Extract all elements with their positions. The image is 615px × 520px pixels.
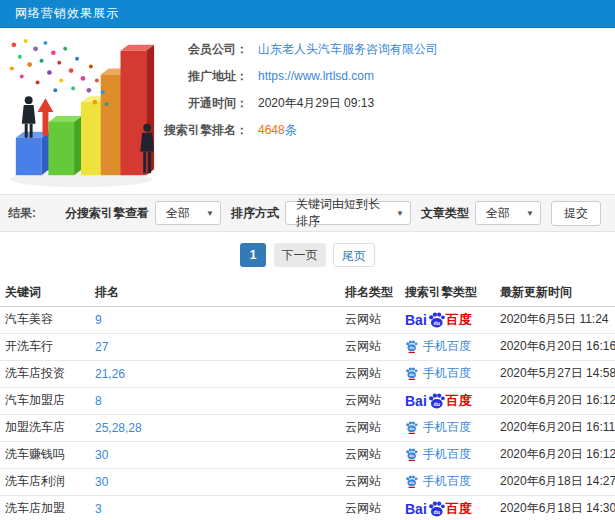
keyword-cell: 加盟洗车店 [0, 414, 90, 441]
table-row: 加盟洗车店 25,28,28 云网站 du 手机百度 2020年6月20日 16… [0, 414, 615, 441]
pagination: 1 下一页 尾页 [0, 243, 615, 267]
promo-url-label: 推广地址： [160, 63, 248, 90]
results-table: 关键词 排名 排名类型 搜索引擎类型 最新更新时间 汽车美容 9 云网站 Bai… [0, 280, 615, 520]
next-page-button[interactable]: 下一页 [274, 243, 326, 267]
time-cell: 2020年6月20日 16:12 [495, 387, 615, 414]
rank-cell[interactable]: 8 [90, 387, 340, 414]
rank-cell[interactable]: 30 [90, 441, 340, 468]
chevron-down-icon: ▼ [206, 209, 214, 218]
table-row: 汽车美容 9 云网站 Bai du 百度 2020年6月5日 11:24 [0, 306, 615, 333]
mobile-baidu-logo: du 手机百度 [405, 473, 471, 490]
results-table-body: 汽车美容 9 云网站 Bai du 百度 2020年6月5日 11:24 开洗车… [0, 306, 615, 520]
result-label: 结果: [8, 205, 36, 222]
baidu-logo: Bai du 百度 [405, 500, 472, 518]
engine-cell: du 手机百度 [400, 360, 495, 387]
article-type-label: 文章类型 [421, 205, 469, 222]
rank-cell[interactable]: 3 [90, 495, 340, 520]
mobile-baidu-logo: du 手机百度 [405, 365, 471, 382]
keyword-cell: 洗车店加盟 [0, 495, 90, 520]
keyword-cell: 汽车加盟店 [0, 387, 90, 414]
rank-cell[interactable]: 25,28,28 [90, 414, 340, 441]
time-cell: 2020年6月20日 16:12 [495, 441, 615, 468]
table-row: 洗车赚钱吗 30 云网站 du 手机百度 2020年6月20日 16:12 [0, 441, 615, 468]
header-update-time: 最新更新时间 [495, 280, 615, 306]
mobile-baidu-paw-icon: du [405, 421, 418, 434]
rank-cell[interactable]: 21,26 [90, 360, 340, 387]
engine-cell: Bai du 百度 [400, 387, 495, 414]
submit-button[interactable]: 提交 [551, 201, 601, 226]
table-row: 开洗车行 27 云网站 du 手机百度 2020年6月20日 16:16 [0, 333, 615, 360]
svg-text:du: du [433, 400, 439, 406]
table-header-row: 关键词 排名 排名类型 搜索引擎类型 最新更新时间 [0, 280, 615, 306]
company-label: 会员公司： [160, 36, 248, 63]
filter-bar: 结果: 分搜索引擎查看 全部 ▼ 排序方式 关键词由短到长排序 ▼ 文章类型 全… [0, 194, 615, 232]
top-title-bar: 网络营销效果展示 [0, 0, 615, 28]
mobile-baidu-paw-icon: du [405, 475, 418, 488]
engine-filter-label: 分搜索引擎查看 [65, 205, 149, 222]
baidu-paw-icon: du [428, 312, 445, 328]
open-time-value: 2020年4月29日 09:13 [258, 90, 374, 117]
svg-text:du: du [409, 373, 414, 377]
time-cell: 2020年6月5日 11:24 [495, 306, 615, 333]
mobile-baidu-paw-icon: du [405, 448, 418, 461]
rank-type-cell: 云网站 [340, 360, 400, 387]
baidu-chinese-text: 百度 [446, 311, 472, 329]
keyword-cell: 洗车店利润 [0, 468, 90, 495]
info-row-rank-count: 搜索引擎排名： 4648条 [160, 117, 610, 144]
rank-cell[interactable]: 9 [90, 306, 340, 333]
article-type-value: 全部 [486, 205, 510, 222]
keyword-cell: 洗车店投资 [0, 360, 90, 387]
baidu-chinese-text: 百度 [446, 500, 472, 518]
engine-filter-select[interactable]: 全部 ▼ [155, 201, 221, 225]
header-keyword: 关键词 [0, 280, 90, 306]
header-rank: 排名 [90, 280, 340, 306]
engine-cell: du 手机百度 [400, 414, 495, 441]
baidu-logo: Bai du 百度 [405, 392, 472, 410]
time-cell: 2020年6月18日 14:27 [495, 468, 615, 495]
svg-text:du: du [433, 319, 439, 325]
baidu-chinese-text: 百度 [446, 392, 472, 410]
mobile-baidu-label: 手机百度 [423, 365, 471, 382]
sort-value: 关键词由短到长排序 [296, 196, 390, 230]
table-row: 洗车店投资 21,26 云网站 du 手机百度 2020年5月27日 14:58 [0, 360, 615, 387]
header-rank-type: 排名类型 [340, 280, 400, 306]
page-title: 网络营销效果展示 [0, 5, 119, 22]
open-time-label: 开通时间： [160, 90, 248, 117]
rank-count-suffix: 条 [285, 123, 297, 137]
page-1-button[interactable]: 1 [240, 243, 266, 267]
rank-cell[interactable]: 27 [90, 333, 340, 360]
baidu-paw-icon: du [428, 393, 445, 409]
promo-url-link[interactable]: https://www.lrtlsd.com [258, 63, 374, 90]
mobile-baidu-logo: du 手机百度 [405, 419, 471, 436]
baidu-bai-text: Bai [405, 312, 427, 328]
rank-count-label: 搜索引擎排名： [160, 117, 248, 144]
sort-label: 排序方式 [231, 205, 279, 222]
mobile-baidu-label: 手机百度 [423, 473, 471, 490]
time-cell: 2020年6月18日 14:30 [495, 495, 615, 520]
rank-type-cell: 云网站 [340, 333, 400, 360]
info-row-open-time: 开通时间： 2020年4月29日 09:13 [160, 90, 610, 117]
baidu-paw-icon: du [428, 501, 445, 517]
article-type-select[interactable]: 全部 ▼ [475, 201, 541, 225]
keyword-cell: 汽车美容 [0, 306, 90, 333]
chevron-down-icon: ▼ [526, 209, 534, 218]
rank-type-cell: 云网站 [340, 414, 400, 441]
engine-cell: du 手机百度 [400, 441, 495, 468]
rank-type-cell: 云网站 [340, 387, 400, 414]
bar-chart-illustration [2, 33, 160, 191]
rank-type-cell: 云网站 [340, 495, 400, 520]
engine-cell: du 手机百度 [400, 468, 495, 495]
time-cell: 2020年6月20日 16:11 [495, 414, 615, 441]
header-engine-type: 搜索引擎类型 [400, 280, 495, 306]
mobile-baidu-logo: du 手机百度 [405, 338, 471, 355]
svg-text:du: du [433, 508, 439, 514]
rank-cell[interactable]: 30 [90, 468, 340, 495]
company-link[interactable]: 山东老人头汽车服务咨询有限公司 [258, 36, 438, 63]
marketing-effect-page: 网络营销效果展示 [0, 0, 615, 520]
rank-type-cell: 云网站 [340, 306, 400, 333]
member-info: 会员公司： 山东老人头汽车服务咨询有限公司 推广地址： https://www.… [160, 36, 610, 144]
table-row: 洗车店利润 30 云网站 du 手机百度 2020年6月18日 14:27 [0, 468, 615, 495]
mobile-baidu-paw-icon: du [405, 367, 418, 380]
sort-select[interactable]: 关键词由短到长排序 ▼ [285, 201, 411, 225]
last-page-button[interactable]: 尾页 [333, 243, 375, 267]
